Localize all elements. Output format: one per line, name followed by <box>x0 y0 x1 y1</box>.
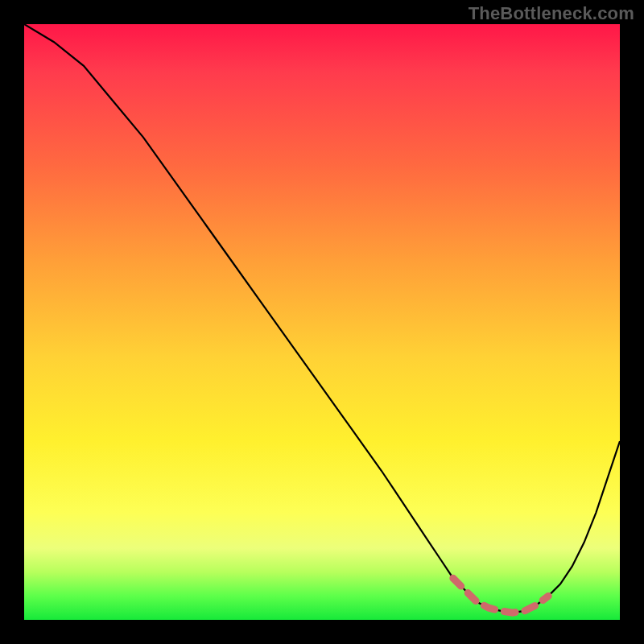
bottleneck-curve <box>24 24 620 613</box>
optimal-zone-markers <box>453 578 548 613</box>
plot-area <box>24 24 620 620</box>
watermark-text: TheBottleneck.com <box>469 3 634 24</box>
plot-frame <box>24 24 620 620</box>
chart-container: TheBottleneck.com <box>0 0 644 644</box>
bottleneck-curve-svg <box>24 24 620 620</box>
